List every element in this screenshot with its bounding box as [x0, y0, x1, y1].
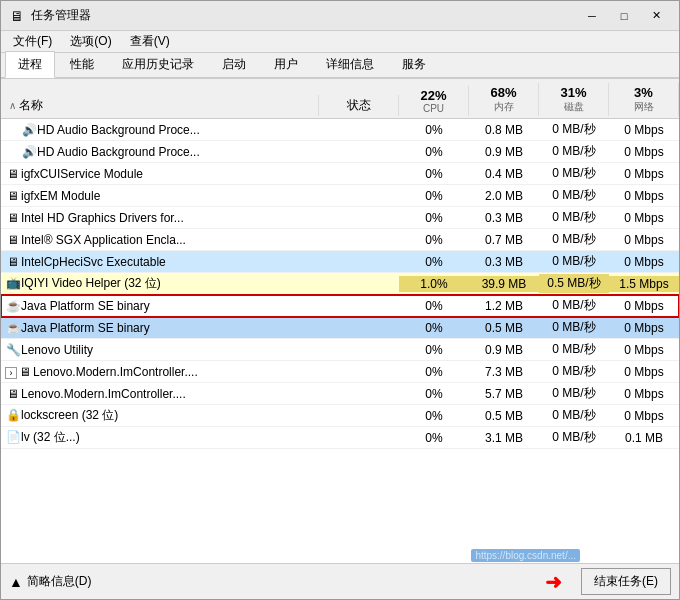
process-icon: 🖥	[5, 232, 21, 248]
process-name: IQIYI Video Helper (32 位)	[21, 276, 161, 290]
cell-name: 📄lv (32 位...)	[1, 428, 319, 447]
table-row[interactable]: 🖥igfxEM Module 0% 2.0 MB 0 MB/秒 0 Mbps	[1, 185, 679, 207]
table-row[interactable]: 🖥Intel HD Graphics Drivers for... 0% 0.3…	[1, 207, 679, 229]
tab-services[interactable]: 服务	[389, 51, 439, 77]
cell-disk: 0 MB/秒	[539, 230, 609, 249]
cell-disk: 0 MB/秒	[539, 120, 609, 139]
cell-status	[319, 415, 399, 417]
cell-status	[319, 129, 399, 131]
col-name-label: 名称	[19, 98, 43, 112]
cell-cpu: 0%	[399, 298, 469, 314]
cell-net: 0 Mbps	[609, 210, 679, 226]
status-label[interactable]: 简略信息(D)	[27, 573, 92, 590]
cell-cpu: 0%	[399, 386, 469, 402]
expand-icon[interactable]: ›	[5, 367, 17, 379]
col-status-label: 状态	[347, 98, 371, 112]
cell-cpu: 0%	[399, 320, 469, 336]
cell-name: 🖥Intel HD Graphics Drivers for...	[1, 209, 319, 227]
cell-cpu: 0%	[399, 232, 469, 248]
end-task-button[interactable]: 结束任务(E)	[581, 568, 671, 595]
cell-disk: 0 MB/秒	[539, 164, 609, 183]
cell-cpu: 0%	[399, 210, 469, 226]
status-bar: ▲ 简略信息(D) 结束任务(E) ➜	[1, 563, 679, 599]
table-row-java-1[interactable]: ☕Java Platform SE binary 0% 1.2 MB 0 MB/…	[1, 295, 679, 317]
col-header-disk[interactable]: 31% 磁盘	[539, 83, 609, 116]
process-name: HD Audio Background Proce...	[37, 123, 200, 137]
cell-status	[319, 261, 399, 263]
cell-net: 0.1 MB	[609, 430, 679, 446]
cell-name: 🔊HD Audio Background Proce...	[1, 143, 319, 161]
menu-view[interactable]: 查看(V)	[122, 31, 178, 52]
table-row[interactable]: 📺IQIYI Video Helper (32 位) 1.0% 39.9 MB …	[1, 273, 679, 295]
table-row[interactable]: 📄lv (32 位...) 0% 3.1 MB 0 MB/秒 0.1 MB	[1, 427, 679, 449]
process-icon: 🔊	[21, 122, 37, 138]
process-icon: 🔧	[5, 342, 21, 358]
col-header-mem[interactable]: 68% 内存	[469, 83, 539, 116]
cell-name: 🖥igfxCUIService Module	[1, 165, 319, 183]
menu-file[interactable]: 文件(F)	[5, 31, 60, 52]
cell-cpu: 0%	[399, 342, 469, 358]
table-row-java-2[interactable]: ☕Java Platform SE binary 0% 0.5 MB 0 MB/…	[1, 317, 679, 339]
tab-startup[interactable]: 启动	[209, 51, 259, 77]
tab-details[interactable]: 详细信息	[313, 51, 387, 77]
process-icon: 📺	[5, 275, 21, 291]
cell-disk: 0 MB/秒	[539, 318, 609, 337]
tab-users[interactable]: 用户	[261, 51, 311, 77]
table-row[interactable]: 🔊HD Audio Background Proce... 0% 0.9 MB …	[1, 141, 679, 163]
cell-mem: 0.3 MB	[469, 254, 539, 270]
menu-options[interactable]: 选项(O)	[62, 31, 119, 52]
cell-disk: 0 MB/秒	[539, 362, 609, 381]
window-icon: 🖥	[9, 8, 25, 24]
tab-performance[interactable]: 性能	[57, 51, 107, 77]
cell-disk: 0 MB/秒	[539, 428, 609, 447]
cell-net: 0 Mbps	[609, 122, 679, 138]
cell-cpu: 0%	[399, 144, 469, 160]
cell-disk: 0 MB/秒	[539, 186, 609, 205]
close-button[interactable]: ✕	[641, 6, 671, 26]
col-mem-label: 内存	[473, 100, 534, 114]
cell-net: 1.5 Mbps	[609, 276, 679, 292]
col-header-status[interactable]: 状态	[319, 95, 399, 116]
table-row[interactable]: ›🖥Lenovo.Modern.ImController.... 0% 7.3 …	[1, 361, 679, 383]
cell-cpu: 0%	[399, 364, 469, 380]
process-icon: 🖥	[5, 386, 21, 402]
cell-net: 0 Mbps	[609, 298, 679, 314]
table-row[interactable]: 🔊HD Audio Background Proce... 0% 0.8 MB …	[1, 119, 679, 141]
cell-name: ›🖥Lenovo.Modern.ImController....	[1, 363, 319, 381]
cell-mem: 0.7 MB	[469, 232, 539, 248]
cell-name: 🔒lockscreen (32 位)	[1, 406, 319, 425]
cell-cpu: 0%	[399, 122, 469, 138]
process-name: igfxCUIService Module	[21, 167, 143, 181]
title-bar: 🖥 任务管理器 ─ □ ✕	[1, 1, 679, 31]
col-header-cpu[interactable]: 22% CPU	[399, 86, 469, 116]
table-row[interactable]: 🖥igfxCUIService Module 0% 0.4 MB 0 MB/秒 …	[1, 163, 679, 185]
maximize-button[interactable]: □	[609, 6, 639, 26]
table-row[interactable]: 🔧Lenovo Utility 0% 0.9 MB 0 MB/秒 0 Mbps	[1, 339, 679, 361]
col-net-label: 网络	[613, 100, 674, 114]
tab-app-history[interactable]: 应用历史记录	[109, 51, 207, 77]
cell-mem: 0.9 MB	[469, 144, 539, 160]
table-row[interactable]: 🖥IntelCpHeciSvc Executable 0% 0.3 MB 0 M…	[1, 251, 679, 273]
cell-cpu: 1.0%	[399, 276, 469, 292]
cell-net: 0 Mbps	[609, 144, 679, 160]
table-row[interactable]: 🔒lockscreen (32 位) 0% 0.5 MB 0 MB/秒 0 Mb…	[1, 405, 679, 427]
process-icon: 🔊	[21, 144, 37, 160]
cell-status	[319, 349, 399, 351]
col-mem-pct: 68%	[473, 85, 534, 100]
cell-net: 0 Mbps	[609, 188, 679, 204]
main-content: ∧ 名称 状态 22% CPU 68% 内存 31% 磁盘 3% 网络	[1, 79, 679, 563]
col-header-net[interactable]: 3% 网络	[609, 83, 679, 116]
cell-disk: 0.5 MB/秒	[539, 274, 609, 293]
tab-bar: 进程 性能 应用历史记录 启动 用户 详细信息 服务	[1, 53, 679, 79]
table-row[interactable]: 🖥Lenovo.Modern.ImController.... 0% 5.7 M…	[1, 383, 679, 405]
process-table-body[interactable]: 🔊HD Audio Background Proce... 0% 0.8 MB …	[1, 119, 679, 563]
tab-process[interactable]: 进程	[5, 51, 55, 78]
cell-cpu: 0%	[399, 166, 469, 182]
process-name: Lenovo Utility	[21, 343, 93, 357]
process-icon: 📄	[5, 429, 21, 445]
table-row[interactable]: 🖥Intel® SGX Application Encla... 0% 0.7 …	[1, 229, 679, 251]
process-name: Lenovo.Modern.ImController....	[21, 387, 186, 401]
minimize-button[interactable]: ─	[577, 6, 607, 26]
cell-mem: 7.3 MB	[469, 364, 539, 380]
col-header-name[interactable]: ∧ 名称	[1, 95, 319, 116]
